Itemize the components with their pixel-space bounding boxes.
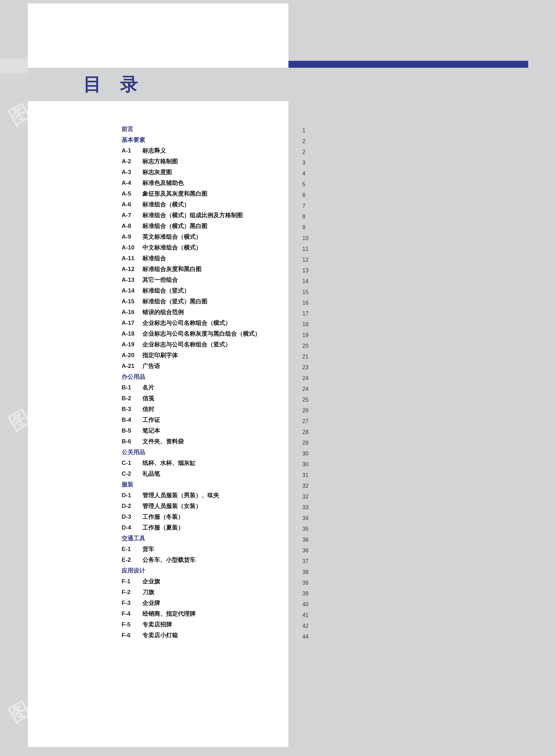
toc-entry-page: 27 — [302, 416, 323, 427]
title-band: 目 录 — [28, 68, 528, 101]
toc-entry-page: 36 — [302, 534, 323, 545]
toc-entry-page: 41 — [302, 610, 323, 621]
toc-entry-code: A-6 — [122, 201, 142, 208]
toc-entry-page: 39 — [302, 588, 323, 599]
toc-entry-code: E-2 — [122, 557, 142, 564]
toc-entry-code: F-5 — [122, 621, 142, 628]
toc-entry-page: 14 — [302, 276, 323, 287]
toc-entry-page: 23 — [302, 362, 323, 373]
document-page: 目 录 前言基本要素A-1标志释义A-2标志方格制图A-3标志灰度图A-4标准色… — [28, 3, 528, 747]
toc-page-numbers: 1223456789101112131415161718192021232424… — [302, 125, 323, 642]
toc-entry-page: 18 — [302, 319, 323, 330]
toc-entry-code: F-1 — [122, 578, 142, 585]
toc-entry-code: A-13 — [122, 277, 142, 284]
toc-entry-page: 2 — [302, 147, 323, 157]
toc-entry-page: 7 — [302, 200, 323, 211]
toc-entry-code: A-20 — [122, 352, 142, 359]
toc-entry-code: A-7 — [122, 212, 142, 219]
toc-entry-code: C-2 — [122, 470, 142, 477]
toc-entry-code: B-2 — [122, 395, 142, 402]
toc-entry-code: A-19 — [122, 341, 142, 348]
toc-entry-page: 11 — [302, 244, 323, 254]
toc-entry-code: F-4 — [122, 610, 142, 617]
toc-entry-page: 24 — [302, 384, 323, 394]
toc-entry-page: 10 — [302, 233, 323, 244]
toc-entry-code: A-21 — [122, 363, 142, 370]
toc-entry-page: 33 — [302, 502, 323, 513]
toc-entry-page: 36 — [302, 545, 323, 556]
toc-entry-page: 28 — [302, 427, 323, 437]
toc-entry-code: A-1 — [122, 147, 142, 154]
toc-entry-page: 38 — [302, 567, 323, 577]
toc-entry-code: D-1 — [122, 492, 142, 499]
toc-entry-page: 34 — [302, 513, 323, 524]
toc-entry-code: A-9 — [122, 233, 142, 240]
toc-entry-code: A-14 — [122, 287, 142, 294]
toc-entry-code: A-2 — [122, 158, 142, 165]
toc-entry-code: D-2 — [122, 503, 142, 510]
toc-entry-page: 1 — [302, 125, 323, 136]
toc-entry-code: F-3 — [122, 600, 142, 607]
toc-entry-page: 5 — [302, 179, 323, 190]
toc-entry-page: 35 — [302, 524, 323, 534]
toc-entry-code: F-6 — [122, 632, 142, 639]
toc-entry-page: 8 — [302, 211, 323, 222]
toc-entry-code: B-4 — [122, 417, 142, 424]
toc-entry-code: A-3 — [122, 169, 142, 176]
toc-entry-code: A-4 — [122, 180, 142, 187]
left-edge-notch — [0, 59, 28, 73]
toc-entry-page: 40 — [302, 599, 323, 610]
toc-entry-page: 44 — [302, 631, 323, 642]
toc-entry-page: 32 — [302, 480, 323, 491]
page-title: 目 录 — [83, 72, 145, 97]
toc-entry-page: 26 — [302, 405, 323, 416]
toc-entry-page: 30 — [302, 459, 323, 470]
toc-entry-page: 17 — [302, 308, 323, 319]
toc-entry-page: 3 — [302, 157, 323, 168]
toc-entry-code: A-5 — [122, 190, 142, 197]
toc-entry-page: 20 — [302, 340, 323, 351]
toc-entry-page: 29 — [302, 437, 323, 448]
toc-entry-page: 6 — [302, 190, 323, 200]
toc-entry-code: B-6 — [122, 438, 142, 445]
toc-entry-page: 30 — [302, 448, 323, 459]
toc-entry-page: 31 — [302, 470, 323, 480]
toc-entry-code: A-16 — [122, 309, 142, 316]
toc-entry-page: 24 — [302, 373, 323, 384]
toc-entry-page: 13 — [302, 265, 323, 276]
toc-entry-page: 12 — [302, 254, 323, 265]
toc-entry-code: A-10 — [122, 244, 142, 251]
toc-entry-code: A-15 — [122, 298, 142, 305]
toc-entry-code: C-1 — [122, 460, 142, 467]
toc-entry-page: 42 — [302, 621, 323, 631]
toc-entry-code: A-12 — [122, 266, 142, 273]
toc-entry-page: 4 — [302, 168, 323, 179]
toc-entry-page: 37 — [302, 556, 323, 567]
toc-entry-code: D-4 — [122, 524, 142, 531]
toc-entry-code: B-5 — [122, 427, 142, 434]
toc-entry-code: D-3 — [122, 513, 142, 520]
toc-entry-page: 9 — [302, 222, 323, 233]
toc-entry-code: B-3 — [122, 406, 142, 413]
toc-entry-code: A-11 — [122, 255, 142, 262]
toc-entry-page: 15 — [302, 287, 323, 297]
toc-entry-code: E-1 — [122, 546, 142, 553]
toc-entry-code: A-18 — [122, 330, 142, 337]
toc-entry-page: 19 — [302, 330, 323, 340]
toc-entry-page: 2 — [302, 136, 323, 147]
toc-entry-code: A-8 — [122, 223, 142, 230]
toc-entry-page: 25 — [302, 394, 323, 405]
toc-entry-page: 38 — [302, 577, 323, 588]
toc-entry-code: A-17 — [122, 320, 142, 327]
toc-entry-code: F-2 — [122, 589, 142, 596]
toc-entry-page: 32 — [302, 491, 323, 502]
toc-entry-page: 21 — [302, 351, 323, 362]
toc-entry-code: B-1 — [122, 384, 142, 391]
toc-entry-page: 16 — [302, 297, 323, 308]
